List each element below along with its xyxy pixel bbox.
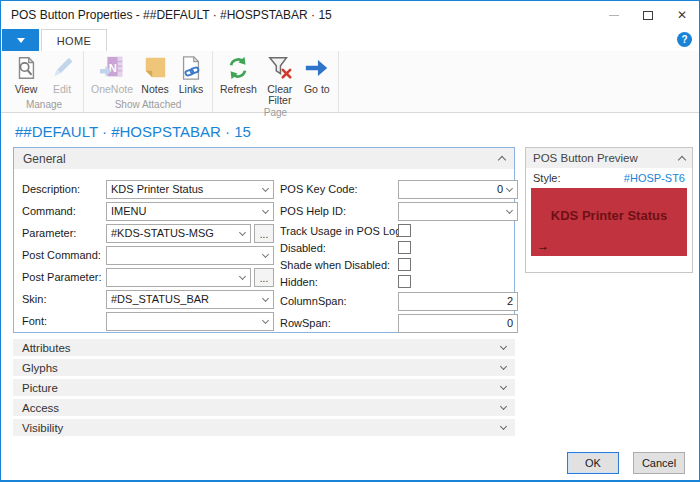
arrow-right-icon: → <box>537 239 549 253</box>
view-label: View <box>15 84 38 95</box>
section-picture-label: Picture <box>22 382 58 394</box>
notes-button[interactable]: Notes <box>137 53 173 96</box>
notes-icon <box>141 54 169 82</box>
close-button[interactable]: ✕ <box>665 1 699 29</box>
post-command-combobox[interactable] <box>106 246 274 265</box>
tab-home[interactable]: HOME <box>41 29 107 51</box>
collapse-icon <box>498 156 506 164</box>
onenote-button[interactable]: N OneNote <box>87 53 137 96</box>
field-track-usage: Track Usage in POS Log: <box>280 223 518 238</box>
expand-icon <box>500 363 507 370</box>
font-label: Font: <box>22 315 106 327</box>
section-access[interactable]: Access <box>13 399 515 416</box>
ribbon: View Edit Manage <box>1 51 699 113</box>
post-parameter-combobox[interactable] <box>106 268 251 287</box>
group-label-page: Page <box>216 107 335 119</box>
parameter-combobox[interactable]: #KDS-STATUS-MSG <box>106 224 251 243</box>
refresh-button[interactable]: Refresh <box>216 53 261 96</box>
pos-help-id-combobox[interactable] <box>398 202 518 221</box>
skin-label: Skin: <box>22 293 106 305</box>
field-parameter: Parameter: #KDS-STATUS-MSG ... <box>22 223 274 243</box>
cancel-button[interactable]: Cancel <box>633 452 685 474</box>
general-section: General Description: KDS Printer Status … <box>13 147 515 333</box>
clear-filter-icon <box>266 54 294 82</box>
section-glyphs-label: Glyphs <box>22 362 58 374</box>
window-title: POS Button Properties - ##DEFAULT · #HOS… <box>11 8 332 22</box>
disabled-checkbox[interactable] <box>398 241 411 254</box>
disabled-label: Disabled: <box>280 242 398 254</box>
links-button[interactable]: Links <box>173 53 209 96</box>
clear-filter-button[interactable]: Clear Filter <box>261 53 299 107</box>
command-label: Command: <box>22 205 106 217</box>
parameter-label: Parameter: <box>22 227 106 239</box>
field-post-parameter: Post Parameter: ... <box>22 267 274 287</box>
onenote-label: OneNote <box>91 84 133 95</box>
track-usage-checkbox[interactable] <box>398 224 411 237</box>
dropdown-arrow-icon <box>262 206 269 213</box>
maximize-icon <box>643 11 653 20</box>
expand-icon <box>500 383 507 390</box>
pos-key-code-combobox[interactable]: 0 <box>398 180 518 199</box>
section-picture[interactable]: Picture <box>13 379 515 396</box>
general-right-column: POS Key Code: 0 POS Help ID: Track Usage… <box>280 179 518 335</box>
field-skin: Skin: #DS_STATUS_BAR <box>22 289 274 309</box>
dropdown-arrow-icon <box>506 184 513 191</box>
hidden-checkbox[interactable] <box>398 275 411 288</box>
ok-button[interactable]: OK <box>567 452 619 474</box>
hidden-label: Hidden: <box>280 276 398 288</box>
section-attributes[interactable]: Attributes <box>13 339 515 356</box>
parameter-assist-button[interactable]: ... <box>254 224 274 243</box>
expand-icon <box>500 343 507 350</box>
section-visibility[interactable]: Visibility <box>13 419 515 436</box>
ribbon-group-show-attached: N OneNote Notes <box>84 51 213 112</box>
help-button[interactable]: ? <box>677 32 692 47</box>
style-label: Style: <box>533 172 561 184</box>
field-description: Description: KDS Printer Status <box>22 179 274 199</box>
description-label: Description: <box>22 183 106 195</box>
pos-button-preview: KDS Printer Status → <box>531 188 687 256</box>
go-to-button[interactable]: Go to <box>299 53 335 96</box>
skin-combobox[interactable]: #DS_STATUS_BAR <box>106 290 274 309</box>
dropdown-arrow-icon <box>262 316 269 323</box>
style-value-link[interactable]: #HOSP-ST6 <box>624 172 685 184</box>
field-rowspan: RowSpan: 0 <box>280 313 518 333</box>
go-to-arrow-icon <box>303 54 331 82</box>
view-icon <box>12 54 40 82</box>
command-combobox[interactable]: IMENU <box>106 202 274 221</box>
dropdown-arrow-icon <box>239 228 246 235</box>
collapse-icon <box>678 155 686 163</box>
edit-button[interactable]: Edit <box>44 53 80 96</box>
links-label: Links <box>179 84 204 95</box>
style-row: Style: #HOSP-ST6 <box>526 168 692 186</box>
tab-strip: HOME ? <box>1 29 699 51</box>
preview-button-label: KDS Printer Status <box>531 208 687 223</box>
app-menu-button[interactable] <box>2 29 39 51</box>
columnspan-input[interactable]: 2 <box>398 292 518 311</box>
pos-help-id-label: POS Help ID: <box>280 205 398 217</box>
field-font: Font: <box>22 311 274 331</box>
titlebar: POS Button Properties - ##DEFAULT · #HOS… <box>1 1 699 29</box>
general-section-header[interactable]: General <box>14 148 514 169</box>
post-command-label: Post Command: <box>22 249 106 261</box>
section-glyphs[interactable]: Glyphs <box>13 359 515 376</box>
rowspan-input[interactable]: 0 <box>398 314 518 333</box>
pos-button-preview-panel: POS Button Preview Style: #HOSP-ST6 KDS … <box>525 147 693 273</box>
maximize-button[interactable] <box>631 1 665 29</box>
dropdown-arrow-icon <box>239 272 246 279</box>
go-to-label: Go to <box>304 84 330 95</box>
fasttab-list: Attributes Glyphs Picture Access Visibil… <box>13 339 515 439</box>
page-title: ##DEFAULT · #HOSPSTABAR · 15 <box>15 123 251 140</box>
group-label-manage: Manage <box>8 99 80 112</box>
minimize-button[interactable] <box>597 1 631 29</box>
font-combobox[interactable] <box>106 312 274 331</box>
refresh-label: Refresh <box>220 84 257 95</box>
field-command: Command: IMENU <box>22 201 274 221</box>
view-button[interactable]: View <box>8 53 44 96</box>
shade-when-disabled-checkbox[interactable] <box>398 258 411 271</box>
help-icon: ? <box>681 34 687 45</box>
description-combobox[interactable]: KDS Printer Status <box>106 180 274 199</box>
section-visibility-label: Visibility <box>22 422 63 434</box>
edit-pencil-icon <box>48 54 76 82</box>
post-parameter-assist-button[interactable]: ... <box>254 268 274 287</box>
preview-panel-header[interactable]: POS Button Preview <box>526 148 692 168</box>
